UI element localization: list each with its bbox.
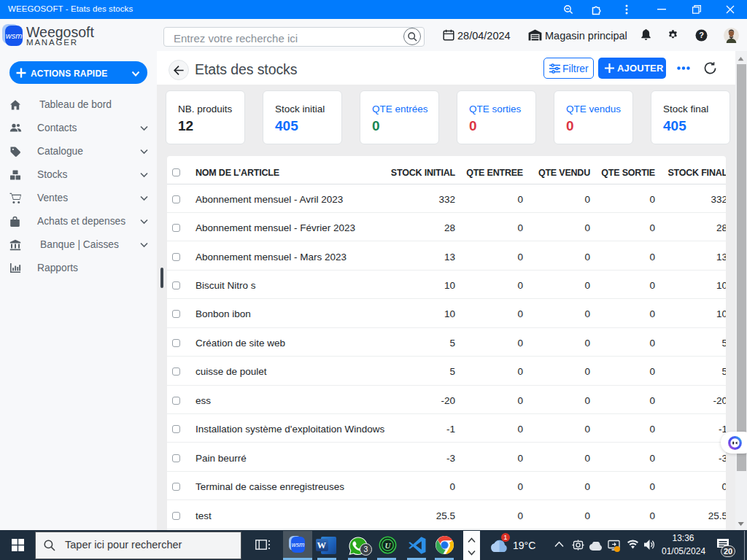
svg-text:U: U (385, 541, 392, 550)
svg-text:?: ? (699, 31, 704, 39)
